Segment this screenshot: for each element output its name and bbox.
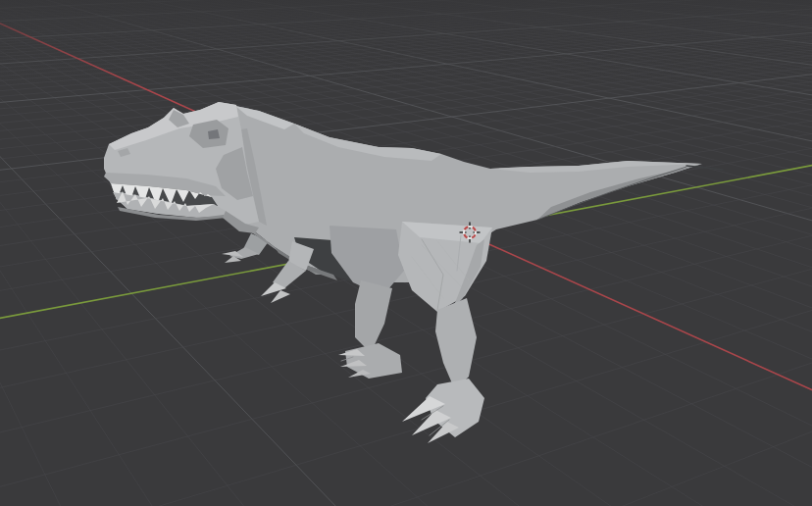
scene bbox=[0, 0, 812, 506]
edge-tail-tip-line bbox=[686, 166, 723, 170]
facet-far-shin bbox=[355, 280, 392, 353]
facet-far-foot bbox=[345, 343, 402, 379]
facet-near-shin bbox=[435, 298, 477, 390]
viewport-3d[interactable] bbox=[0, 0, 812, 506]
trex-model[interactable] bbox=[104, 102, 723, 443]
